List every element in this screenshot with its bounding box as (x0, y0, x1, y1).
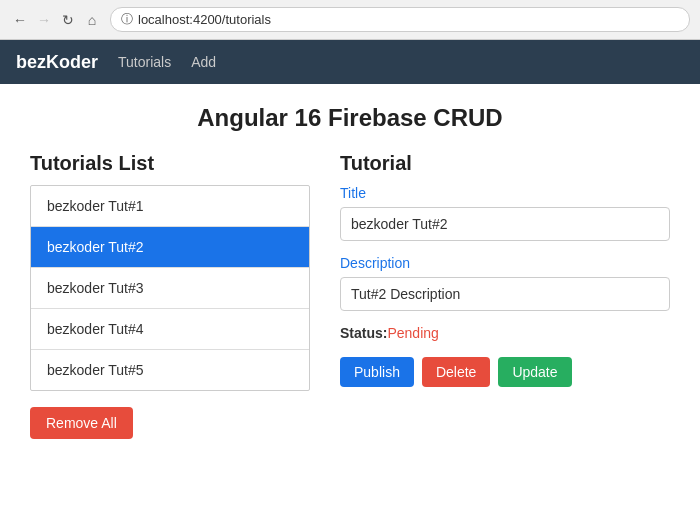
page-title: Angular 16 Firebase CRUD (30, 104, 670, 132)
title-input[interactable] (340, 207, 670, 241)
address-url: localhost:4200/tutorials (138, 12, 271, 27)
action-buttons: Publish Delete Update (340, 357, 670, 387)
content-layout: Tutorials List bezkoder Tut#1 bezkoder T… (30, 152, 670, 439)
forward-button[interactable]: → (34, 10, 54, 30)
tutorials-list-heading: Tutorials List (30, 152, 310, 175)
nav-link-add[interactable]: Add (191, 54, 216, 70)
remove-all-button[interactable]: Remove All (30, 407, 133, 439)
brand-name: bezKoder (16, 52, 98, 73)
home-button[interactable]: ⌂ (82, 10, 102, 30)
delete-button[interactable]: Delete (422, 357, 490, 387)
status-label: Status: (340, 325, 387, 341)
tutorial-detail-heading: Tutorial (340, 152, 670, 175)
address-bar[interactable]: ⓘ localhost:4200/tutorials (110, 7, 690, 32)
update-button[interactable]: Update (498, 357, 571, 387)
tutorial-item-4[interactable]: bezkoder Tut#4 (31, 309, 309, 350)
tutorial-item-3[interactable]: bezkoder Tut#3 (31, 268, 309, 309)
right-panel: Tutorial Title Description Status:Pendin… (340, 152, 670, 439)
tutorials-list: bezkoder Tut#1 bezkoder Tut#2 bezkoder T… (30, 185, 310, 391)
main-content: Angular 16 Firebase CRUD Tutorials List … (0, 84, 700, 459)
tutorial-item-5[interactable]: bezkoder Tut#5 (31, 350, 309, 390)
app-navbar: bezKoder Tutorials Add (0, 40, 700, 84)
nav-link-tutorials[interactable]: Tutorials (118, 54, 171, 70)
tutorial-item-1[interactable]: bezkoder Tut#1 (31, 186, 309, 227)
status-value: Pending (387, 325, 438, 341)
publish-button[interactable]: Publish (340, 357, 414, 387)
status-line: Status:Pending (340, 325, 670, 341)
tutorial-item-2[interactable]: bezkoder Tut#2 (31, 227, 309, 268)
title-label: Title (340, 185, 670, 201)
back-button[interactable]: ← (10, 10, 30, 30)
description-label: Description (340, 255, 670, 271)
browser-chrome: ← → ↻ ⌂ ⓘ localhost:4200/tutorials (0, 0, 700, 40)
lock-icon: ⓘ (121, 11, 133, 28)
refresh-button[interactable]: ↻ (58, 10, 78, 30)
description-input[interactable] (340, 277, 670, 311)
left-panel: Tutorials List bezkoder Tut#1 bezkoder T… (30, 152, 310, 439)
browser-nav-buttons: ← → ↻ ⌂ (10, 10, 102, 30)
